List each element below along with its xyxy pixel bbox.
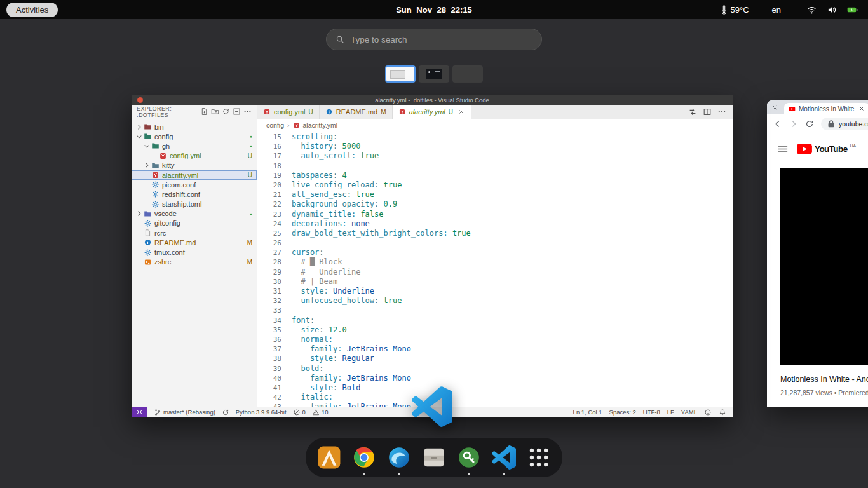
workspace-thumbnail-1[interactable]: [385, 65, 416, 83]
code-line[interactable]: 19tabspaces: 4: [257, 171, 733, 180]
code-line[interactable]: 24decorations: none: [257, 219, 733, 229]
wifi-icon[interactable]: [806, 5, 817, 15]
code-line[interactable]: 27cursor:: [257, 248, 733, 257]
code-line[interactable]: 39 bold:: [257, 364, 733, 374]
youtube-logo[interactable]: YouTube UA: [797, 144, 856, 154]
new-folder-icon[interactable]: [211, 107, 219, 116]
code-line[interactable]: 25draw_bold_text_with_bright_colors: tru…: [257, 229, 733, 238]
code-line[interactable]: 33: [257, 306, 733, 315]
code-line[interactable]: 40 family: JetBrains Mono: [257, 374, 733, 383]
code-line[interactable]: 31 style: Underline: [257, 287, 733, 296]
status-item[interactable]: Spaces: 2: [609, 409, 636, 416]
chrome-app-icon[interactable]: [351, 444, 377, 471]
code-line[interactable]: 17 auto_scroll: true: [257, 151, 733, 161]
tree-item-bin[interactable]: bin: [132, 122, 257, 132]
status-item[interactable]: master* (Rebasing): [154, 409, 215, 416]
tree-item-redshift.conf[interactable]: redshift.conf: [132, 189, 257, 199]
forward-icon[interactable]: [789, 119, 798, 128]
workspace-thumbnail-3[interactable]: [452, 65, 483, 83]
tree-item-picom.conf[interactable]: picom.conf: [132, 180, 257, 189]
browser-tab[interactable]: Motionless In White: [784, 103, 868, 114]
status-item[interactable]: [704, 409, 712, 416]
code-line[interactable]: 36 normal:: [257, 335, 733, 344]
tree-item-README.md[interactable]: README.mdM: [132, 238, 257, 247]
status-item[interactable]: [222, 409, 229, 416]
close-icon[interactable]: [137, 97, 143, 103]
status-item[interactable]: Ln 1, Col 1: [573, 409, 602, 416]
tree-item-gitconfig[interactable]: gitconfig: [132, 219, 257, 228]
menu-icon[interactable]: [778, 145, 788, 153]
status-item[interactable]: LF: [667, 409, 674, 416]
files-app-icon[interactable]: [421, 444, 447, 471]
refresh-explorer-icon[interactable]: [222, 107, 230, 116]
code-line[interactable]: 26: [257, 238, 733, 248]
vscode-titlebar[interactable]: alacritty.yml - .dotfiles - Visual Studi…: [132, 95, 733, 105]
battery-icon[interactable]: [847, 5, 858, 15]
show-applications-button[interactable]: [526, 444, 552, 471]
tree-item-alacritty.yml[interactable]: alacritty.ymlU: [132, 170, 257, 180]
code-line[interactable]: 18: [257, 161, 733, 171]
vscode-app-icon[interactable]: [491, 444, 517, 471]
tab-alacritty.yml[interactable]: alacritty.ymlU: [393, 105, 471, 119]
code-line[interactable]: 28 # █ Block: [257, 257, 733, 267]
tree-item-zshrc[interactable]: zshrcM: [132, 257, 257, 267]
tree-item-config.yml[interactable]: config.ymlU: [132, 151, 257, 161]
remote-indicator[interactable]: [132, 407, 147, 417]
status-item[interactable]: 10: [312, 409, 329, 416]
back-icon[interactable]: [773, 119, 782, 128]
code-line[interactable]: 42 italic:: [257, 393, 733, 402]
tab-close-icon[interactable]: [858, 105, 865, 112]
tree-item-config[interactable]: config●: [132, 132, 257, 141]
edge-app-icon[interactable]: [386, 444, 412, 471]
close-icon[interactable]: [458, 108, 465, 116]
code-line[interactable]: 41 style: Bold: [257, 383, 733, 393]
status-item[interactable]: [719, 409, 726, 416]
tree-item-tmux.conf[interactable]: tmux.conf: [132, 247, 257, 257]
code-line[interactable]: 21alt_send_esc: true: [257, 190, 733, 200]
code-line[interactable]: 23dynamic_title: false: [257, 210, 733, 219]
code-line[interactable]: 43 family: JetBrains Mono: [257, 402, 733, 407]
status-item[interactable]: YAML: [681, 409, 697, 416]
keyboard-layout-indicator[interactable]: en: [772, 5, 781, 15]
tab-config.yml[interactable]: config.ymlU: [257, 105, 320, 119]
code-line[interactable]: 35 size: 12.0: [257, 325, 733, 335]
more-actions-icon[interactable]: [243, 107, 252, 116]
tree-item-rcrc[interactable]: rcrc: [132, 228, 257, 238]
breadcrumb-item[interactable]: config: [266, 121, 284, 129]
open-changes-icon[interactable]: [688, 107, 697, 116]
tab-README.md[interactable]: README.mdM: [320, 105, 393, 119]
tree-item-gh[interactable]: gh●: [132, 141, 257, 151]
workspace-thumbnail-2[interactable]: [419, 65, 449, 83]
keepassxc-app-icon[interactable]: [456, 444, 482, 471]
tree-item-kitty[interactable]: kitty: [132, 161, 257, 170]
clock[interactable]: Sun Nov 28 22:15: [396, 5, 472, 15]
collapse-folders-icon[interactable]: [233, 107, 241, 116]
code-line[interactable]: 20live_config_reload: true: [257, 180, 733, 190]
code-editor[interactable]: 15scrolling:16 history: 500017 auto_scro…: [257, 131, 733, 407]
more-actions-icon[interactable]: [717, 107, 726, 116]
tree-item-vscode[interactable]: vscode●: [132, 209, 257, 219]
code-line[interactable]: 16 history: 5000: [257, 142, 733, 151]
code-line[interactable]: 29 # _ Underline: [257, 268, 733, 277]
vscode-logo-drag-icon[interactable]: [412, 386, 452, 427]
code-line[interactable]: 34font:: [257, 316, 733, 325]
alacritty-app-icon[interactable]: [316, 444, 342, 471]
reload-icon[interactable]: [805, 119, 814, 128]
code-line[interactable]: 30 # | Beam: [257, 277, 733, 287]
code-line[interactable]: 15scrolling:: [257, 132, 733, 142]
breadcrumb-item[interactable]: alacritty.yml: [303, 121, 338, 129]
status-item[interactable]: Python 3.9.9 64-bit: [236, 409, 287, 416]
new-file-icon[interactable]: [200, 107, 208, 116]
code-line[interactable]: 22background_opacity: 0.9: [257, 200, 733, 209]
video-player[interactable]: [780, 168, 868, 365]
status-item[interactable]: UTF-8: [643, 409, 660, 416]
close-icon[interactable]: [771, 104, 778, 111]
status-item[interactable]: 0: [293, 409, 306, 416]
code-line[interactable]: 32 unfocused_hollow: true: [257, 296, 733, 306]
activities-button[interactable]: Activities: [6, 3, 58, 17]
code-line[interactable]: 37 family: JetBrains Mono: [257, 344, 733, 354]
search-bar[interactable]: Type to search: [326, 29, 542, 50]
address-bar[interactable]: youtube.com/wa: [821, 118, 868, 130]
code-line[interactable]: 38 style: Regular: [257, 354, 733, 363]
split-editor-icon[interactable]: [703, 107, 712, 116]
